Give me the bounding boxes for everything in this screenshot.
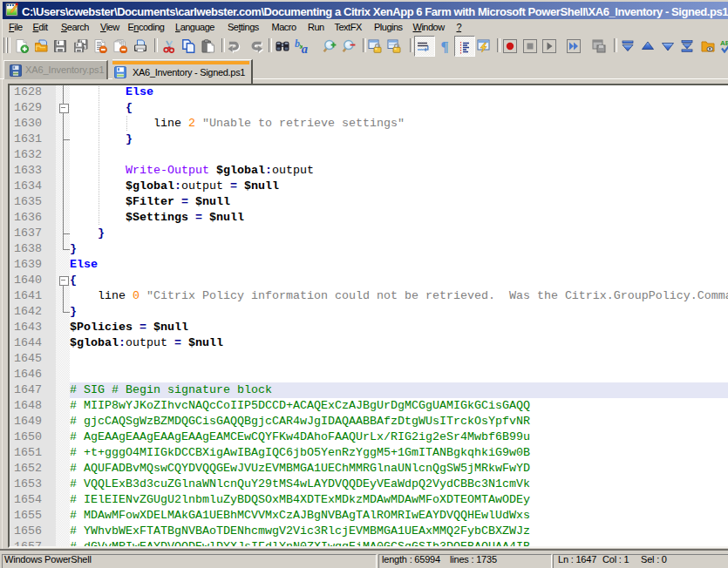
svg-text:¶: ¶ (440, 39, 448, 53)
svg-text:ABC: ABC (720, 39, 728, 47)
svg-text:a: a (301, 42, 307, 54)
svg-text:b: b (295, 38, 300, 50)
